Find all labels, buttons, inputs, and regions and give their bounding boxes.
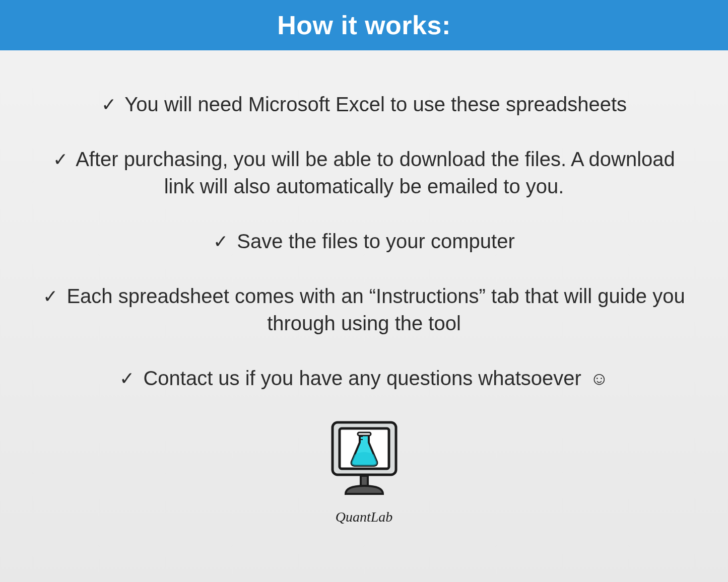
- item-text: You will need Microsoft Excel to use the…: [124, 93, 627, 115]
- content-area: ✓ You will need Microsoft Excel to use t…: [0, 50, 728, 545]
- header-banner: How it works:: [0, 0, 728, 50]
- item-text: Save the files to your computer: [237, 230, 514, 252]
- item-text: Contact us if you have any questions wha…: [143, 367, 581, 389]
- checkmark-icon: ✓: [53, 148, 68, 172]
- checkmark-icon: ✓: [119, 367, 135, 391]
- monitor-flask-icon: [326, 419, 402, 505]
- checkmark-icon: ✓: [213, 230, 228, 254]
- svg-rect-5: [361, 476, 368, 486]
- svg-rect-2: [358, 432, 371, 435]
- item-text: Each spreadsheet comes with an “Instruct…: [67, 285, 685, 334]
- brand-logo: QuantLab: [35, 419, 693, 525]
- list-item: ✓ After purchasing, you will be able to …: [35, 146, 693, 200]
- checkmark-icon: ✓: [43, 284, 58, 309]
- list-item: ✓ Each spreadsheet comes with an “Instru…: [35, 282, 693, 337]
- brand-name: QuantLab: [336, 509, 393, 525]
- item-text: After purchasing, you will be able to do…: [76, 148, 675, 197]
- list-item: ✓ Contact us if you have any questions w…: [35, 365, 693, 392]
- smiley-icon: ☺: [590, 367, 609, 391]
- checkmark-icon: ✓: [101, 93, 116, 117]
- list-item: ✓ Save the files to your computer: [35, 228, 693, 255]
- page-title: How it works:: [277, 10, 451, 40]
- list-item: ✓ You will need Microsoft Excel to use t…: [35, 91, 693, 118]
